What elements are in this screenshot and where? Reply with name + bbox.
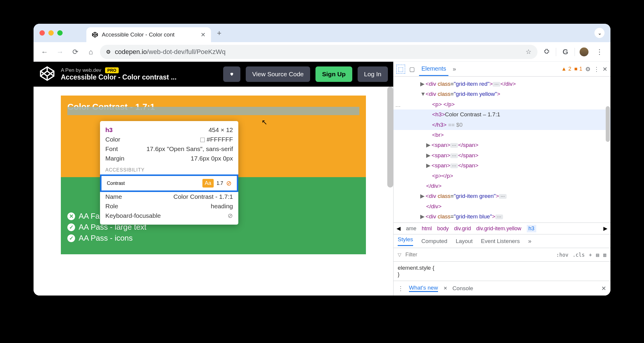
layout-icon[interactable]: ▥: [603, 252, 606, 258]
tab-styles[interactable]: Styles: [398, 236, 413, 246]
elements-tree[interactable]: ▶<div class="grid-item red">⋯</div> ▼<di…: [394, 77, 610, 223]
inspect-icon[interactable]: ⬚: [396, 65, 405, 74]
device-toggle-icon[interactable]: ▢: [409, 66, 415, 73]
login-button[interactable]: Log In: [358, 66, 388, 82]
home-button[interactable]: ⌂: [85, 46, 97, 58]
tab-close-icon[interactable]: ✕: [201, 31, 206, 38]
crumb-scroll-left-icon[interactable]: ◀: [396, 225, 401, 232]
crumb[interactable]: body: [437, 226, 449, 232]
browser-tab[interactable]: Accessible Color - Color cont ✕: [86, 27, 211, 42]
contrast-sample: Aa: [202, 179, 214, 188]
tab-layout[interactable]: Layout: [456, 238, 472, 244]
check-icon: ✓: [67, 223, 75, 231]
viewport: A Pen by web.dev PRO Accessible Color - …: [34, 62, 610, 296]
more-tabs-icon[interactable]: »: [453, 66, 456, 72]
toolbar: ← → ⟳ ⌂ ⚙ codepen.io/web-dot-dev/full/Po…: [34, 42, 610, 62]
close-drawer-icon[interactable]: ✕: [601, 285, 606, 292]
devtools-panel: ⬚ ▢ Elements » ▲ 2 ■ 1 ⚙ ⋮ ✕ ▶<div class…: [393, 62, 610, 296]
close-tab-icon[interactable]: ✕: [443, 285, 447, 291]
tab-console[interactable]: Console: [453, 285, 473, 292]
check-icon: ✓: [67, 234, 75, 242]
styles-body[interactable]: element.style { }: [394, 262, 610, 281]
tab-event-listeners[interactable]: Event Listeners: [481, 238, 520, 244]
page-content: A Pen by web.dev PRO Accessible Color - …: [34, 62, 393, 296]
warning-icon: ⊘: [226, 180, 231, 187]
crumb[interactable]: div.grid: [454, 226, 471, 232]
site-settings-icon[interactable]: ⚙: [106, 49, 111, 55]
warning-badge[interactable]: ▲ 2: [561, 66, 571, 72]
codepen-logo-icon[interactable]: [39, 65, 55, 83]
styles-filter-bar: ▽ :hov .cls + ▤ ▥: [394, 248, 610, 262]
drawer-menu-icon[interactable]: ⋮: [398, 285, 404, 292]
tab-dropdown-icon[interactable]: ⌄: [594, 28, 605, 38]
cls-toggle[interactable]: .cls: [572, 252, 585, 258]
tooltip-label: Color: [105, 136, 120, 143]
tooltip-label: Keyboard-focusable: [105, 212, 161, 219]
tooltip-section-header: ACCESSIBILITY: [105, 167, 233, 173]
heart-button[interactable]: [223, 66, 240, 82]
maximize-window-icon[interactable]: [57, 30, 63, 36]
tooltip-value: #FFFFFF: [200, 136, 233, 143]
x-icon: ✕: [67, 212, 75, 220]
new-tab-button[interactable]: +: [217, 28, 221, 38]
tooltip-value: 17.6px "Open Sans", sans-serif: [146, 145, 233, 153]
tab-elements[interactable]: Elements: [419, 62, 448, 76]
tooltip-value: Color Contrast - 1.7:1: [173, 193, 233, 200]
pro-badge: PRO: [105, 67, 119, 73]
cursor-icon: ↖: [261, 118, 267, 126]
crumb[interactable]: div.grid-item.yellow: [476, 226, 521, 232]
ellipsis-icon: ⋯: [395, 102, 401, 111]
element-highlight: [67, 107, 359, 115]
styles-tabs: Styles Computed Layout Event Listeners »: [394, 234, 610, 248]
crumb[interactable]: html: [422, 226, 432, 232]
page-scrollbar[interactable]: [387, 87, 393, 188]
new-rule-icon[interactable]: +: [589, 252, 592, 258]
traffic-lights: [39, 30, 63, 36]
minimize-window-icon[interactable]: [48, 30, 54, 36]
tooltip-label: Margin: [105, 155, 124, 162]
browser-window: Accessible Color - Color cont ✕ + ⌄ ← → …: [34, 24, 610, 296]
not-focusable-icon: ⊘: [228, 212, 233, 219]
tooltip-label: Font: [105, 145, 118, 153]
issue-badge[interactable]: ■ 1: [574, 66, 582, 72]
filter-icon: ▽: [398, 252, 401, 258]
crumb[interactable]: ame: [406, 226, 416, 232]
list-item: ✓AA Pass - icons: [67, 234, 359, 243]
tooltip-label: Name: [105, 193, 122, 200]
tab-title: Accessible Color - Color cont: [102, 31, 175, 38]
tooltip-tag: h3: [105, 126, 113, 134]
hov-toggle[interactable]: :hov: [556, 252, 568, 258]
reload-button[interactable]: ⟳: [69, 46, 82, 58]
separator: [575, 48, 575, 56]
styles-icon[interactable]: ▤: [596, 252, 599, 258]
list-item-label: AA Pass - icons: [79, 234, 133, 243]
forward-button[interactable]: →: [54, 46, 66, 58]
view-source-button[interactable]: View Source Code: [246, 66, 310, 82]
crumb-scroll-right-icon[interactable]: ▶: [603, 225, 607, 232]
tab-whatsnew[interactable]: What's new: [409, 285, 438, 292]
bookmark-star-icon[interactable]: ☆: [526, 48, 532, 56]
separator: [556, 48, 556, 56]
pen-title: Accessible Color - Color contrast ...: [61, 73, 218, 81]
back-button[interactable]: ←: [38, 46, 51, 58]
breadcrumb[interactable]: ◀ ame html body div.grid div.grid-item.y…: [394, 223, 610, 234]
url-bar[interactable]: ⚙ codepen.io/web-dot-dev/full/PoeKzWq ☆: [100, 45, 537, 59]
extensions-icon[interactable]: [540, 46, 553, 58]
menu-icon[interactable]: ⋮: [593, 46, 606, 58]
more-tabs-icon[interactable]: »: [528, 238, 531, 244]
tooltip-label: Role: [105, 203, 118, 210]
tab-computed[interactable]: Computed: [421, 238, 448, 244]
settings-icon[interactable]: ⚙: [585, 66, 591, 73]
google-account-icon[interactable]: G: [559, 46, 572, 58]
pen-meta: A Pen by web.dev PRO Accessible Color - …: [61, 67, 218, 81]
codepen-header: A Pen by web.dev PRO Accessible Color - …: [34, 62, 393, 87]
devtools-tabs: ⬚ ▢ Elements » ▲ 2 ■ 1 ⚙ ⋮ ✕: [394, 62, 610, 77]
close-devtools-icon[interactable]: ✕: [602, 66, 607, 73]
elements-scrollbar[interactable]: [606, 106, 610, 142]
signup-button[interactable]: Sign Up: [315, 66, 352, 82]
kebab-icon[interactable]: ⋮: [594, 66, 599, 73]
close-window-icon[interactable]: [39, 30, 45, 36]
filter-input[interactable]: [405, 252, 552, 258]
crumb-active[interactable]: h3: [527, 225, 536, 232]
profile-avatar[interactable]: [578, 46, 590, 58]
